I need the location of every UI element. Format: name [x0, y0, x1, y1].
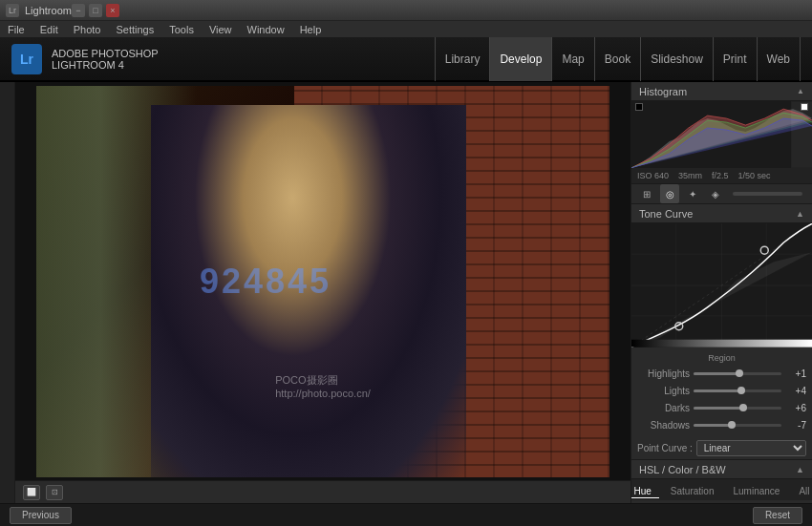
adjustment-tool[interactable]: ◎ — [660, 184, 679, 203]
svg-point-9 — [760, 246, 768, 254]
lights-thumb[interactable] — [737, 387, 745, 394]
luminance-tab[interactable]: Luminance — [725, 485, 787, 498]
minimize-button[interactable]: − — [72, 4, 85, 17]
maximize-button[interactable]: □ — [89, 4, 102, 17]
menu-item-tools[interactable]: Tools — [167, 24, 196, 35]
shadows-track[interactable] — [694, 424, 781, 427]
previous-button[interactable]: Previous — [10, 507, 72, 524]
shadows-fill — [694, 424, 732, 427]
hsl-content: Hue Saturation Luminance All Red 0 — [631, 479, 812, 503]
darks-value: +6 — [785, 403, 806, 413]
menu-item-window[interactable]: Window — [246, 24, 287, 35]
histogram-graph — [631, 101, 812, 168]
histogram-toggle[interactable]: ▲ — [797, 87, 804, 95]
hue-tab[interactable]: Hue — [630, 485, 659, 498]
shutter-speed: 1/50 sec — [738, 171, 771, 180]
svg-rect-10 — [631, 340, 812, 347]
tone-curve-toggle[interactable]: ▲ — [796, 209, 804, 219]
highlights-row: Highlights +1 — [637, 365, 806, 382]
svg-rect-0 — [791, 101, 812, 168]
right-panel: Histogram ▲ — [630, 82, 812, 503]
point-curve-label: Point Curve : — [637, 443, 693, 453]
shadows-value: -7 — [785, 420, 806, 431]
highlights-label: Highlights — [637, 368, 690, 379]
brand-title: LIGHTROOM 4 — [52, 59, 159, 71]
whites-clip — [801, 103, 808, 111]
darks-track[interactable] — [694, 407, 781, 410]
histogram-header: Histogram ▲ — [631, 82, 812, 101]
shadows-thumb[interactable] — [728, 421, 736, 429]
nav-tab-book[interactable]: Book — [595, 37, 641, 81]
lights-label: Lights — [637, 386, 690, 396]
photo-background — [36, 86, 609, 477]
center-area: 924845 POCO摄影圈 http://photo.poco.cn/ ⬜ ⊡ — [15, 82, 630, 503]
menu-item-file[interactable]: File — [6, 24, 27, 35]
point-curve-row: Point Curve : Linear Medium Contrast Str… — [631, 437, 812, 459]
hsl-toggle[interactable]: ▲ — [796, 465, 804, 474]
darks-thumb[interactable] — [739, 404, 747, 411]
hsl-header: HSL / Color / B&W ▲ — [631, 460, 812, 479]
histogram-info: ISO 640 35mm f/2.5 1/50 sec — [631, 168, 812, 183]
iso-value: ISO 640 — [637, 171, 669, 180]
redeye-tool[interactable]: ◈ — [706, 184, 725, 203]
tone-curve-panel: Tone Curve ▲ — [631, 204, 812, 460]
highlights-track[interactable] — [694, 372, 781, 375]
nav-tab-develop[interactable]: Develop — [490, 37, 552, 81]
photo-viewer: 924845 POCO摄影圈 http://photo.poco.cn/ — [15, 82, 630, 480]
region-label: Region — [637, 351, 806, 365]
tone-curve-graph — [631, 223, 812, 347]
nav-tab-library[interactable]: Library — [435, 37, 491, 81]
lights-row: Lights +4 — [637, 382, 806, 399]
fit-button[interactable]: ⊡ — [46, 485, 63, 500]
histogram-panel: Histogram ▲ — [631, 82, 812, 184]
header: Lr ADOBE PHOTOSHOP LIGHTROOM 4 LibraryDe… — [0, 38, 812, 82]
saturation-tab[interactable]: Saturation — [663, 485, 722, 498]
lights-value: +4 — [785, 386, 806, 396]
app-brand: ADOBE PHOTOSHOP LIGHTROOM 4 — [52, 48, 159, 71]
lights-fill — [694, 389, 741, 392]
left-panel — [0, 82, 15, 503]
photo-frame: 924845 POCO摄影圈 http://photo.poco.cn/ — [36, 86, 609, 477]
region-sliders: Region Highlights +1 Lights +4 — [631, 347, 812, 437]
aperture-value: f/2.5 — [712, 171, 729, 180]
tool-strip: ⊞ ◎ ✦ ◈ — [631, 184, 812, 204]
reset-button[interactable]: Reset — [753, 507, 802, 524]
app-logo: Lr — [11, 44, 42, 74]
close-button[interactable]: × — [106, 4, 119, 17]
all-tab[interactable]: All — [791, 485, 812, 498]
darks-label: Darks — [637, 403, 690, 413]
nav-tab-slideshow[interactable]: Slideshow — [641, 37, 714, 81]
histogram-label: Histogram — [639, 86, 687, 97]
photo-toolbar: ⬜ ⊡ — [15, 480, 630, 503]
menu-item-photo[interactable]: Photo — [72, 24, 103, 35]
shadows-label: Shadows — [637, 420, 690, 431]
tone-curve-label: Tone Curve — [639, 208, 693, 220]
nav-tab-map[interactable]: Map — [552, 37, 594, 81]
crop-tool[interactable]: ⊞ — [637, 184, 656, 203]
main-area: 924845 POCO摄影圈 http://photo.poco.cn/ ⬜ ⊡… — [0, 82, 812, 503]
subject-layer — [151, 105, 466, 477]
zoom-button[interactable]: ⬜ — [23, 485, 40, 500]
highlights-value: +1 — [785, 368, 806, 379]
brand-subtitle: ADOBE PHOTOSHOP — [52, 48, 159, 59]
menu-item-settings[interactable]: Settings — [114, 24, 156, 35]
menu-item-help[interactable]: Help — [298, 24, 324, 35]
highlights-thumb[interactable] — [736, 369, 743, 377]
blacks-clip — [635, 103, 643, 111]
lights-track[interactable] — [694, 389, 781, 392]
darks-fill — [694, 407, 743, 410]
nav-tab-web[interactable]: Web — [758, 37, 801, 81]
hsl-sliders: Red 0 — [631, 500, 812, 503]
point-curve-select[interactable]: Linear Medium Contrast Strong Contrast — [696, 440, 806, 456]
heal-tool[interactable]: ✦ — [683, 184, 702, 203]
histogram-svg — [631, 101, 812, 168]
nav-tab-print[interactable]: Print — [714, 37, 758, 81]
highlights-fill — [694, 372, 739, 375]
tone-curve-header: Tone Curve ▲ — [631, 204, 812, 223]
hsl-panel: HSL / Color / B&W ▲ Hue Saturation Lumin… — [631, 460, 812, 503]
menu-item-edit[interactable]: Edit — [38, 24, 60, 35]
shadows-row: Shadows -7 — [637, 416, 806, 433]
menu-item-view[interactable]: View — [207, 24, 234, 35]
focal-length: 35mm — [678, 171, 702, 180]
tool-slider — [733, 192, 802, 196]
